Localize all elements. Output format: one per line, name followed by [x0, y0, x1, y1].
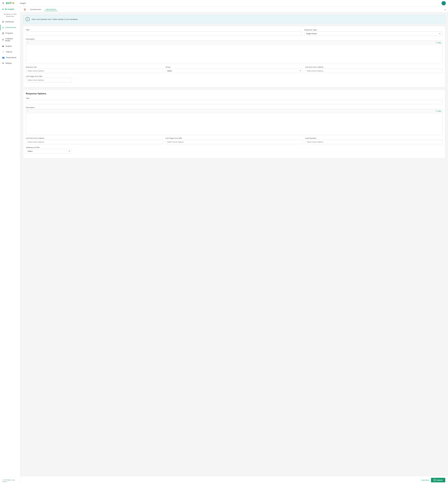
- sidebar-footer: © 2024 Batoi Legal Policies: [0, 477, 20, 484]
- footer-brand-link[interactable]: Batoi: [8, 479, 11, 481]
- description-body[interactable]: [26, 45, 442, 64]
- analysis-icon: ◉: [2, 45, 4, 47]
- resp-link-docs-label: Link Docs from Cabinet: [26, 137, 163, 139]
- programs-icon: ▤: [2, 32, 4, 34]
- sidebar-item-label: Analysis: [5, 45, 12, 47]
- description-toolbar: ? ⓘ Help: [26, 41, 442, 45]
- resp-help-link[interactable]: ⓘ Help: [436, 110, 441, 112]
- logo-text: BATÖI: [6, 2, 14, 5]
- my-insights-icon: ◎: [2, 8, 4, 10]
- response-title-group: Title*: [26, 97, 442, 104]
- sidebar-item-label: Reports: [6, 51, 12, 53]
- response-description-editor: ? ⓘ Help: [26, 109, 442, 135]
- response-type-select[interactable]: Single Choice Multiple Choice Text Ratin…: [304, 32, 442, 36]
- sidebar-item-respondents[interactable]: 👥 Respondents: [0, 55, 20, 60]
- breadcrumb-add-question[interactable]: Add Question: [44, 8, 58, 11]
- breadcrumb-sep-1: ›: [28, 8, 28, 10]
- resp-help-label: Help: [438, 110, 441, 112]
- resp-toolbar-left: ?: [27, 110, 28, 112]
- reports-icon: 📄: [2, 51, 5, 53]
- resp-link-pages-label: Link Pages from Wiki: [165, 137, 303, 139]
- breadcrumb-sep-2: ›: [43, 8, 44, 10]
- response-description-body[interactable]: [26, 113, 442, 135]
- link-pages-input[interactable]: [26, 78, 72, 82]
- main-content: 🏠 › Questionnaire › Add Question ⊿ i Add…: [20, 7, 448, 484]
- resp-link-docs-group: Link Docs from Cabinet: [26, 137, 163, 144]
- sidebar: ◎ My Insights Test Bank LLC Risk Assessm…: [0, 7, 20, 484]
- sidebar-item-settings[interactable]: ⚙ Settings: [0, 60, 20, 66]
- submit-button[interactable]: ↑ Submit: [431, 478, 445, 482]
- sidebar-item-label: Respondents: [6, 56, 16, 58]
- hamburger-icon[interactable]: ☰: [2, 2, 4, 5]
- link-pages-label: Link Pages from Wiki: [26, 75, 72, 77]
- title-input[interactable]: [26, 32, 302, 36]
- analytical-model-icon: ⊟: [2, 39, 4, 41]
- adequacy-select[interactable]: Select Low Medium High: [26, 149, 72, 153]
- resp-lead-question-input[interactable]: [305, 140, 442, 144]
- adequacy-row: Adequacy of Risk Select Low Medium High: [26, 146, 442, 153]
- sidebar-item-questionnaire[interactable]: ◎ Questionnaire: [0, 25, 20, 30]
- description-label: Description: [26, 38, 442, 40]
- sidebar-item-analytical-model[interactable]: ⊟ Analytical Model: [0, 36, 20, 43]
- title-label: Title*: [26, 29, 302, 31]
- description-group: Description ? ⓘ Help: [26, 38, 442, 64]
- settings-icon: ⚙: [2, 62, 4, 65]
- dashboard-icon: ⊞: [2, 21, 4, 23]
- bottom-bar: + Add More ↑ Submit: [20, 476, 448, 484]
- response-title-label: Title*: [26, 97, 442, 99]
- group-label: Group: [165, 66, 303, 68]
- questionnaire-icon: ◎: [2, 26, 4, 29]
- business-unit-input[interactable]: [26, 69, 163, 73]
- link-docs-label: Link Docs from Cabinet: [305, 66, 442, 68]
- resp-link-pages-input[interactable]: [165, 140, 303, 144]
- business-unit-group: Business Unit: [26, 66, 163, 73]
- logo: BATÖI: [6, 2, 14, 5]
- response-type-group: Response Type* Single Choice Multiple Ch…: [304, 29, 442, 36]
- response-description-toolbar: ? ⓘ Help: [26, 109, 442, 113]
- info-icon: i: [26, 17, 30, 21]
- sidebar-item-label: Programs: [5, 32, 13, 34]
- content-area: i Add a new Question here. Fields marked…: [20, 12, 448, 476]
- response-title-input[interactable]: [26, 100, 442, 104]
- group-group: Group Select: [165, 66, 303, 73]
- group-select[interactable]: Select: [165, 69, 303, 73]
- title-response-row: Title* Response Type* Single Choice Mult…: [26, 29, 442, 36]
- resp-link-docs-input[interactable]: [26, 140, 163, 144]
- nav-right: 👤: [441, 1, 446, 5]
- breadcrumb-action-icon[interactable]: ⊿: [444, 8, 446, 11]
- link-pages-row: Link Pages from Wiki: [26, 75, 442, 82]
- breadcrumb-questionnaire[interactable]: Questionnaire: [29, 8, 42, 11]
- response-options-card: Response Options Title* Description ?: [23, 89, 445, 158]
- submit-icon: ↑: [434, 479, 436, 481]
- resp-lead-question-label: Lead Question: [305, 137, 442, 139]
- breadcrumb: 🏠 › Questionnaire › Add Question ⊿: [20, 7, 448, 12]
- breadcrumb-home[interactable]: 🏠: [23, 8, 27, 11]
- top-nav: ☰ BATÖI Insight 👤: [0, 0, 448, 7]
- add-more-button[interactable]: + Add More: [420, 479, 429, 481]
- sidebar-item-reports[interactable]: 📄 Reports: [0, 49, 20, 55]
- adequacy-group: Adequacy of Risk Select Low Medium High: [26, 146, 72, 153]
- link-docs-input[interactable]: [305, 69, 442, 73]
- question-form-card: Title* Response Type* Single Choice Mult…: [23, 26, 445, 87]
- title-group: Title*: [26, 29, 302, 36]
- bu-group-docs-row: Business Unit Group Select Link Docs fro…: [26, 66, 442, 73]
- sidebar-item-analysis[interactable]: ◉ Analysis: [0, 43, 20, 49]
- respondents-icon: 👥: [2, 56, 5, 59]
- sidebar-item-programs[interactable]: ▤ Programs: [0, 30, 20, 36]
- sidebar-item-label: Dashboard: [5, 21, 14, 23]
- info-banner: i Add a new Question here. Fields marked…: [23, 15, 445, 23]
- response-options-heading: Response Options: [26, 92, 442, 95]
- sidebar-nav: ⊞ Dashboard ◎ Questionnaire ▤ Programs ⊟…: [0, 19, 20, 477]
- user-avatar[interactable]: 👤: [441, 1, 446, 5]
- help-icon[interactable]: ?: [27, 42, 28, 44]
- help-link[interactable]: ⓘ Help: [436, 41, 441, 44]
- link-pages-group: Link Pages from Wiki: [26, 75, 72, 82]
- sidebar-item-my-insights[interactable]: ◎ My Insights: [0, 7, 20, 12]
- info-text: Add a new Question here. Fields marked (…: [32, 18, 78, 20]
- help-circle-icon: ⓘ: [436, 41, 437, 44]
- sidebar-item-dashboard[interactable]: ⊞ Dashboard: [0, 19, 20, 25]
- main-layout: ◎ My Insights Test Bank LLC Risk Assessm…: [0, 7, 448, 484]
- footer-copyright: © 2024: [2, 479, 7, 481]
- sidebar-item-label: Analytical Model: [5, 38, 18, 42]
- resp-help-icon[interactable]: ?: [27, 110, 28, 112]
